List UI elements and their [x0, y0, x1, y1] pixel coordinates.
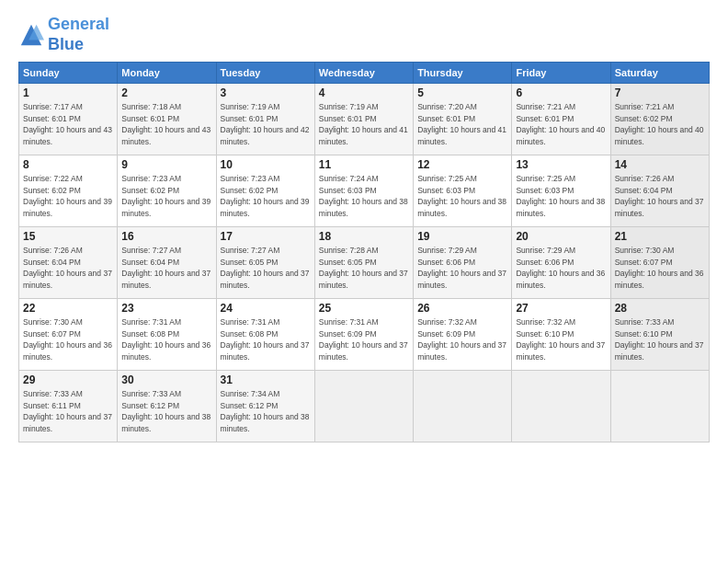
calendar-cell: 1 Sunrise: 7:17 AMSunset: 6:01 PMDayligh…	[19, 84, 118, 155]
day-number: 19	[417, 230, 507, 243]
page-container: General Blue SundayMondayTuesdayWednesda…	[0, 0, 728, 452]
day-number: 9	[121, 158, 211, 171]
day-number: 10	[221, 158, 311, 171]
calendar-week-1: 1 Sunrise: 7:17 AMSunset: 6:01 PMDayligh…	[19, 84, 710, 155]
calendar-cell: 13 Sunrise: 7:25 AMSunset: 6:03 PMDaylig…	[512, 155, 610, 227]
calendar-cell: 23 Sunrise: 7:31 AMSunset: 6:08 PMDaylig…	[118, 299, 216, 371]
day-detail: Sunrise: 7:30 AMSunset: 6:07 PMDaylight:…	[615, 246, 704, 289]
calendar-cell: 29 Sunrise: 7:33 AMSunset: 6:11 PMDaylig…	[19, 371, 118, 442]
day-number: 8	[23, 158, 113, 171]
day-detail: Sunrise: 7:33 AMSunset: 6:12 PMDaylight:…	[121, 389, 210, 432]
day-detail: Sunrise: 7:25 AMSunset: 6:03 PMDaylight:…	[516, 174, 605, 217]
day-number: 25	[319, 302, 409, 315]
day-detail: Sunrise: 7:30 AMSunset: 6:07 PMDaylight:…	[23, 317, 112, 361]
calendar-cell: 7 Sunrise: 7:21 AMSunset: 6:02 PMDayligh…	[610, 84, 709, 155]
calendar-cell: 5 Sunrise: 7:20 AMSunset: 6:01 PMDayligh…	[414, 84, 512, 155]
calendar-cell	[314, 371, 413, 442]
weekday-sunday: Sunday	[19, 63, 118, 84]
day-detail: Sunrise: 7:32 AMSunset: 6:09 PMDaylight:…	[417, 317, 506, 361]
calendar-cell: 30 Sunrise: 7:33 AMSunset: 6:12 PMDaylig…	[118, 371, 216, 442]
calendar-cell: 27 Sunrise: 7:32 AMSunset: 6:10 PMDaylig…	[512, 299, 610, 371]
day-detail: Sunrise: 7:33 AMSunset: 6:11 PMDaylight:…	[23, 389, 112, 432]
day-detail: Sunrise: 7:19 AMSunset: 6:01 PMDaylight:…	[221, 102, 310, 145]
calendar-cell: 15 Sunrise: 7:26 AMSunset: 6:04 PMDaylig…	[19, 227, 118, 299]
calendar-cell: 16 Sunrise: 7:27 AMSunset: 6:04 PMDaylig…	[118, 227, 216, 299]
weekday-header-row: SundayMondayTuesdayWednesdayThursdayFrid…	[19, 63, 710, 84]
day-number: 13	[516, 158, 606, 171]
logo: General Blue	[18, 15, 109, 54]
day-number: 22	[23, 302, 113, 315]
day-number: 12	[417, 158, 507, 171]
calendar-week-3: 15 Sunrise: 7:26 AMSunset: 6:04 PMDaylig…	[19, 227, 710, 299]
day-number: 29	[23, 373, 113, 386]
day-number: 15	[23, 230, 113, 243]
calendar-cell: 3 Sunrise: 7:19 AMSunset: 6:01 PMDayligh…	[216, 84, 314, 155]
day-number: 23	[121, 302, 211, 315]
day-number: 2	[121, 86, 211, 99]
day-number: 18	[319, 230, 409, 243]
day-detail: Sunrise: 7:25 AMSunset: 6:03 PMDaylight:…	[417, 174, 506, 217]
calendar-cell: 9 Sunrise: 7:23 AMSunset: 6:02 PMDayligh…	[118, 155, 216, 227]
day-number: 1	[23, 86, 113, 99]
calendar-cell: 21 Sunrise: 7:30 AMSunset: 6:07 PMDaylig…	[610, 227, 709, 299]
day-number: 17	[221, 230, 311, 243]
calendar-week-4: 22 Sunrise: 7:30 AMSunset: 6:07 PMDaylig…	[19, 299, 710, 371]
day-detail: Sunrise: 7:33 AMSunset: 6:10 PMDaylight:…	[615, 317, 704, 361]
day-number: 28	[615, 302, 705, 315]
weekday-tuesday: Tuesday	[216, 63, 314, 84]
logo-icon	[18, 22, 44, 48]
day-detail: Sunrise: 7:31 AMSunset: 6:09 PMDaylight:…	[319, 317, 408, 361]
calendar-cell: 2 Sunrise: 7:18 AMSunset: 6:01 PMDayligh…	[118, 84, 216, 155]
calendar-cell	[610, 371, 709, 442]
calendar-week-5: 29 Sunrise: 7:33 AMSunset: 6:11 PMDaylig…	[19, 371, 710, 442]
calendar-cell: 26 Sunrise: 7:32 AMSunset: 6:09 PMDaylig…	[414, 299, 512, 371]
calendar-body: 1 Sunrise: 7:17 AMSunset: 6:01 PMDayligh…	[19, 84, 710, 442]
day-detail: Sunrise: 7:26 AMSunset: 6:04 PMDaylight:…	[23, 246, 112, 289]
calendar-cell: 25 Sunrise: 7:31 AMSunset: 6:09 PMDaylig…	[314, 299, 413, 371]
day-detail: Sunrise: 7:19 AMSunset: 6:01 PMDaylight:…	[319, 102, 408, 145]
day-number: 16	[121, 230, 211, 243]
weekday-friday: Friday	[512, 63, 610, 84]
day-number: 4	[319, 86, 409, 99]
day-number: 3	[221, 86, 311, 99]
day-detail: Sunrise: 7:21 AMSunset: 6:02 PMDaylight:…	[615, 102, 704, 145]
day-detail: Sunrise: 7:32 AMSunset: 6:10 PMDaylight:…	[516, 317, 605, 361]
calendar-cell: 17 Sunrise: 7:27 AMSunset: 6:05 PMDaylig…	[216, 227, 314, 299]
day-detail: Sunrise: 7:20 AMSunset: 6:01 PMDaylight:…	[417, 102, 506, 145]
weekday-saturday: Saturday	[610, 63, 709, 84]
day-number: 20	[516, 230, 606, 243]
calendar-cell: 20 Sunrise: 7:29 AMSunset: 6:06 PMDaylig…	[512, 227, 610, 299]
day-detail: Sunrise: 7:21 AMSunset: 6:01 PMDaylight:…	[516, 102, 605, 145]
day-detail: Sunrise: 7:26 AMSunset: 6:04 PMDaylight:…	[615, 174, 704, 217]
day-detail: Sunrise: 7:29 AMSunset: 6:06 PMDaylight:…	[417, 246, 506, 289]
day-detail: Sunrise: 7:27 AMSunset: 6:04 PMDaylight:…	[121, 246, 210, 289]
day-detail: Sunrise: 7:31 AMSunset: 6:08 PMDaylight:…	[121, 317, 210, 361]
calendar-cell: 24 Sunrise: 7:31 AMSunset: 6:08 PMDaylig…	[216, 299, 314, 371]
day-number: 5	[417, 86, 507, 99]
calendar-cell: 28 Sunrise: 7:33 AMSunset: 6:10 PMDaylig…	[610, 299, 709, 371]
calendar-cell	[512, 371, 610, 442]
day-number: 21	[615, 230, 705, 243]
calendar-cell: 19 Sunrise: 7:29 AMSunset: 6:06 PMDaylig…	[414, 227, 512, 299]
day-detail: Sunrise: 7:27 AMSunset: 6:05 PMDaylight:…	[221, 246, 310, 289]
day-detail: Sunrise: 7:23 AMSunset: 6:02 PMDaylight:…	[221, 174, 310, 217]
weekday-thursday: Thursday	[414, 63, 512, 84]
calendar-cell: 18 Sunrise: 7:28 AMSunset: 6:05 PMDaylig…	[314, 227, 413, 299]
calendar-cell: 31 Sunrise: 7:34 AMSunset: 6:12 PMDaylig…	[216, 371, 314, 442]
day-detail: Sunrise: 7:23 AMSunset: 6:02 PMDaylight:…	[121, 174, 210, 217]
day-number: 27	[516, 302, 606, 315]
calendar-cell: 6 Sunrise: 7:21 AMSunset: 6:01 PMDayligh…	[512, 84, 610, 155]
day-detail: Sunrise: 7:29 AMSunset: 6:06 PMDaylight:…	[516, 246, 605, 289]
weekday-wednesday: Wednesday	[314, 63, 413, 84]
calendar-table: SundayMondayTuesdayWednesdayThursdayFrid…	[18, 62, 710, 442]
day-number: 11	[319, 158, 409, 171]
calendar-cell: 14 Sunrise: 7:26 AMSunset: 6:04 PMDaylig…	[610, 155, 709, 227]
day-detail: Sunrise: 7:22 AMSunset: 6:02 PMDaylight:…	[23, 174, 112, 217]
day-number: 7	[615, 86, 705, 99]
day-detail: Sunrise: 7:31 AMSunset: 6:08 PMDaylight:…	[221, 317, 310, 361]
day-number: 31	[221, 373, 311, 386]
day-number: 30	[121, 373, 211, 386]
day-number: 26	[417, 302, 507, 315]
calendar-week-2: 8 Sunrise: 7:22 AMSunset: 6:02 PMDayligh…	[19, 155, 710, 227]
day-number: 14	[615, 158, 705, 171]
